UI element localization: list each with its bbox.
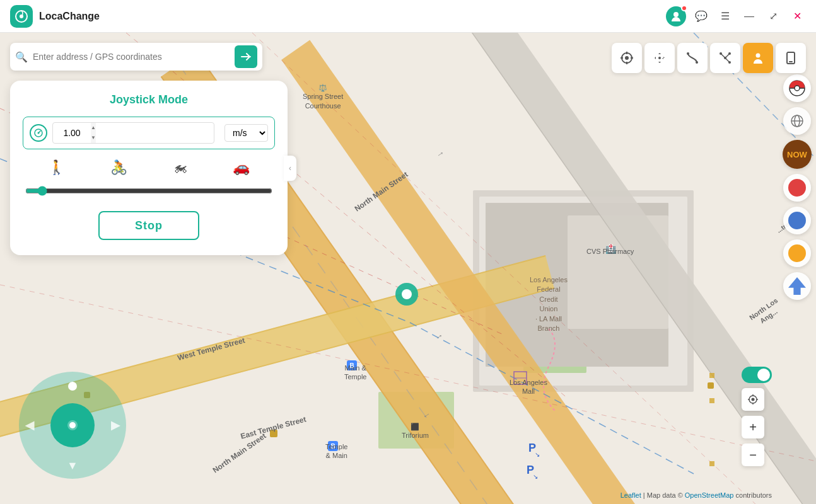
joystick-center[interactable] xyxy=(50,403,95,447)
motorbike-icon[interactable]: 🏍 xyxy=(171,157,190,178)
speed-arrows: ▲ ▼ xyxy=(91,123,96,143)
yellow-item-icon[interactable] xyxy=(783,239,811,267)
speed-input-wrap: 1.00 ▲ ▼ xyxy=(52,122,214,144)
svg-point-66 xyxy=(38,132,40,134)
svg-point-42 xyxy=(402,289,412,299)
svg-point-57 xyxy=(696,61,698,64)
titlebar: LocaChange 💬 ☰ — ⤢ ✕ xyxy=(0,0,816,33)
map-controls: + − xyxy=(742,367,772,466)
speed-gauge-icon xyxy=(30,124,47,142)
speed-input[interactable]: 1.00 xyxy=(53,125,91,140)
svg-point-50 xyxy=(625,56,629,60)
message-button[interactable]: 💬 xyxy=(692,8,710,25)
speed-down-arrow[interactable]: ▼ xyxy=(91,133,96,143)
map-toggle[interactable] xyxy=(742,367,772,383)
toggle-circle xyxy=(757,369,770,381)
minimize-button[interactable]: — xyxy=(740,8,758,25)
collapse-button[interactable]: ‹ xyxy=(284,156,296,181)
svg-rect-43 xyxy=(270,430,277,437)
unit-select[interactable]: m/s km/h mph xyxy=(224,124,268,142)
search-submit-button[interactable] xyxy=(235,45,257,68)
now-badge[interactable]: NOW xyxy=(783,140,812,169)
joystick-panel: Joystick Mode 1.00 ▲ ▼ m/s km/h mph 🚶 � xyxy=(10,81,288,255)
search-bar: 🔍 xyxy=(10,43,262,71)
joystick-arrow-right[interactable]: ▶ xyxy=(111,418,120,432)
svg-rect-46 xyxy=(709,373,714,378)
person-button[interactable] xyxy=(743,43,773,73)
top-toolbar xyxy=(612,43,806,73)
close-button[interactable]: ✕ xyxy=(788,8,806,25)
plus-icon: + xyxy=(749,420,757,435)
collapse-icon: ‹ xyxy=(289,164,291,173)
map-container: → → → B B P ↘ P ↘ 🏥 North Main Street We… xyxy=(0,33,816,504)
svg-rect-47 xyxy=(709,398,714,403)
svg-text:🏥: 🏥 xyxy=(605,244,617,255)
menu-button[interactable]: ☰ xyxy=(716,8,734,25)
svg-point-75 xyxy=(752,398,755,401)
speed-slider[interactable] xyxy=(25,186,272,196)
joystick-arrow-down[interactable]: ▼ xyxy=(67,459,78,472)
joystick-arrow-left[interactable]: ◀ xyxy=(25,418,34,432)
svg-text:↘: ↘ xyxy=(535,451,540,458)
device-button[interactable] xyxy=(776,43,806,73)
app-title: LocaChange xyxy=(39,11,666,22)
minus-icon: − xyxy=(749,448,757,462)
svg-text:B: B xyxy=(330,443,335,450)
multipoint-button[interactable] xyxy=(710,43,740,73)
joystick-outer-ring: ▲ ▼ ◀ ▶ xyxy=(19,372,126,479)
svg-rect-44 xyxy=(708,382,714,389)
map-attribution: Leaflet | Map data © OpenStreetMap contr… xyxy=(621,491,772,499)
svg-text:B: B xyxy=(349,362,354,369)
svg-point-81 xyxy=(69,422,76,428)
svg-rect-48 xyxy=(709,461,714,466)
weather-icon[interactable] xyxy=(783,107,811,135)
blue-item-icon[interactable] xyxy=(783,207,811,234)
zoom-out-button[interactable]: − xyxy=(742,444,764,466)
titlebar-actions: 💬 ☰ — ⤢ ✕ xyxy=(666,6,806,26)
bicycle-icon[interactable]: 🚴 xyxy=(108,157,130,178)
joystick-control: ▲ ▼ ◀ ▶ xyxy=(19,372,126,479)
speed-row: 1.00 ▲ ▼ m/s km/h mph xyxy=(23,117,275,149)
joystick-arrow-up[interactable]: ▲ xyxy=(67,378,78,391)
speed-up-arrow[interactable]: ▲ xyxy=(91,123,96,133)
app-logo xyxy=(10,5,33,28)
osm-link[interactable]: OpenStreetMap xyxy=(685,491,734,499)
svg-point-70 xyxy=(796,87,798,89)
car-icon[interactable]: 🚗 xyxy=(230,157,252,178)
leaflet-link[interactable]: Leaflet xyxy=(621,491,641,499)
walk-icon[interactable]: 🚶 xyxy=(45,157,67,178)
search-icon: 🔍 xyxy=(15,51,28,63)
svg-point-56 xyxy=(687,52,689,55)
maximize-button[interactable]: ⤢ xyxy=(764,8,782,25)
svg-point-2 xyxy=(673,12,679,17)
svg-point-62 xyxy=(756,54,761,58)
move-button[interactable] xyxy=(644,43,675,73)
route-button[interactable] xyxy=(677,43,708,73)
map-locate-button[interactable] xyxy=(742,388,764,411)
user-avatar[interactable] xyxy=(666,6,686,26)
svg-point-55 xyxy=(658,57,661,59)
locate-button[interactable] xyxy=(612,43,642,73)
notification-dot xyxy=(681,5,687,11)
red-item-icon[interactable] xyxy=(783,174,811,202)
svg-text:↘: ↘ xyxy=(533,473,538,480)
arrow-item-icon[interactable] xyxy=(783,272,811,300)
pokemon-icon[interactable] xyxy=(783,74,811,102)
zoom-in-button[interactable]: + xyxy=(742,416,764,438)
search-input[interactable] xyxy=(28,52,235,62)
stop-button[interactable]: Stop xyxy=(98,211,199,240)
joystick-panel-title: Joystick Mode xyxy=(23,93,275,106)
right-sidebar: NOW xyxy=(778,33,816,504)
transport-row: 🚶 🚴 🏍 🚗 xyxy=(23,157,275,178)
svg-rect-64 xyxy=(789,61,793,62)
speed-slider-row xyxy=(23,186,275,198)
